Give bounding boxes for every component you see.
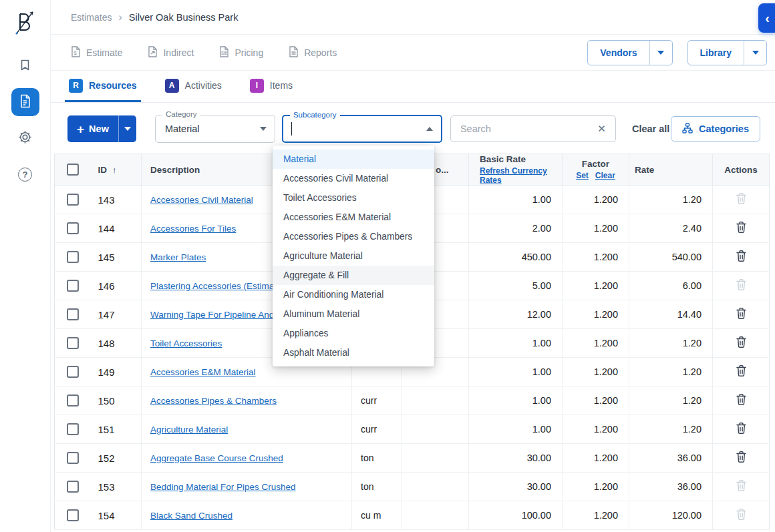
category-select[interactable]: Category Material bbox=[155, 115, 275, 143]
row-checkbox[interactable] bbox=[67, 394, 79, 407]
delete-button[interactable] bbox=[733, 448, 750, 468]
trash-icon bbox=[736, 312, 747, 322]
row-checkbox[interactable] bbox=[67, 366, 79, 378]
subcategory-option[interactable]: Material bbox=[273, 150, 434, 169]
row-checkbox[interactable] bbox=[67, 222, 79, 234]
table-row: 152 Aggregate Base Course Crushed ton 30… bbox=[55, 444, 770, 473]
row-basic-rate: 1.00 bbox=[469, 415, 563, 444]
set-factor-link[interactable]: Set bbox=[576, 171, 589, 180]
delete-button[interactable] bbox=[733, 276, 750, 296]
subcategory-option[interactable]: Toilet Accessories bbox=[273, 188, 434, 208]
subcategory-option[interactable]: Air Conditioning Material bbox=[273, 285, 434, 304]
tab-items[interactable]: I Items bbox=[246, 71, 297, 102]
description-link[interactable]: Bedding Material For Pipes Crushed bbox=[150, 482, 296, 492]
toolbar-actions: Vendors Library bbox=[587, 40, 767, 65]
subcategory-option[interactable]: Appliances bbox=[273, 324, 434, 343]
row-checkbox[interactable] bbox=[67, 423, 79, 435]
select-all-checkbox[interactable] bbox=[67, 164, 79, 176]
row-unit: ton bbox=[352, 473, 402, 501]
row-rate: 1.20 bbox=[629, 386, 713, 415]
tab-pricing[interactable]: $ Pricing bbox=[219, 46, 263, 59]
row-id: 149 bbox=[92, 358, 142, 386]
subcategory-select[interactable]: Subcategory bbox=[282, 115, 442, 143]
id-column-header[interactable]: ID bbox=[98, 165, 108, 175]
row-id: 153 bbox=[92, 473, 142, 501]
subcategory-option[interactable]: Accessories Civil Material bbox=[273, 169, 434, 188]
new-dropdown-toggle[interactable] bbox=[118, 115, 136, 142]
delete-button[interactable] bbox=[733, 218, 750, 238]
row-factor: 1.200 bbox=[563, 300, 629, 329]
library-dropdown-toggle[interactable] bbox=[744, 41, 766, 65]
sidebar-item-settings[interactable] bbox=[11, 124, 39, 152]
description-link[interactable]: Accessories Pipes & Chambers bbox=[150, 396, 277, 406]
filters-bar: + New Category Material Subcategory ✕ bbox=[51, 103, 775, 151]
estimate-icon: $ bbox=[71, 46, 81, 59]
subcategory-option-label: Air Conditioning Material bbox=[283, 290, 383, 300]
row-checkbox[interactable] bbox=[67, 251, 79, 263]
row-checkbox[interactable] bbox=[67, 481, 79, 493]
description-link[interactable]: Accessories Civil Material bbox=[150, 195, 253, 205]
search-input[interactable] bbox=[460, 123, 593, 134]
delete-button[interactable] bbox=[733, 304, 750, 324]
sidebar-item-help[interactable]: ? bbox=[11, 160, 39, 188]
description-link[interactable]: Accessories For Tiles bbox=[150, 224, 236, 234]
subcategory-option[interactable]: Aggregate & Fill bbox=[273, 266, 434, 285]
tab-activities[interactable]: A Activities bbox=[161, 71, 226, 102]
sort-ascending-icon[interactable]: ↑ bbox=[112, 165, 117, 175]
row-basic-rate: 5.00 bbox=[469, 272, 563, 300]
row-id: 152 bbox=[92, 444, 142, 473]
sidebar-item-bookmarks[interactable] bbox=[11, 52, 39, 80]
delete-button[interactable] bbox=[733, 190, 750, 210]
delete-button[interactable] bbox=[733, 419, 750, 439]
breadcrumb-estimates[interactable]: Estimates bbox=[71, 12, 112, 23]
delete-button[interactable] bbox=[733, 247, 750, 267]
row-checkbox[interactable] bbox=[67, 308, 79, 320]
subcategory-label: Subcategory bbox=[290, 111, 340, 119]
clear-search-button[interactable]: ✕ bbox=[593, 120, 610, 138]
tab-estimate[interactable]: $ Estimate bbox=[71, 46, 122, 59]
categories-button[interactable]: Categories bbox=[671, 116, 760, 142]
row-id: 147 bbox=[92, 300, 142, 329]
subcategory-option[interactable]: Accessories E&M Material bbox=[273, 208, 434, 227]
row-factor: 1.200 bbox=[563, 415, 629, 444]
sidebar-item-estimates[interactable] bbox=[11, 88, 39, 116]
new-button[interactable]: + New bbox=[67, 115, 118, 142]
description-link[interactable]: Agriculture Material bbox=[150, 425, 228, 435]
clear-factor-link[interactable]: Clear bbox=[595, 171, 615, 180]
delete-button[interactable] bbox=[733, 477, 750, 497]
delete-button[interactable] bbox=[733, 390, 750, 411]
row-checkbox[interactable] bbox=[67, 452, 79, 464]
refresh-currency-rates-link[interactable]: Refresh Currency Rates bbox=[480, 166, 562, 185]
description-link[interactable]: Toilet Accessories bbox=[150, 338, 222, 348]
row-checkbox[interactable] bbox=[67, 509, 79, 521]
subcategory-option[interactable]: Aluminum Material bbox=[273, 304, 434, 324]
row-checkbox[interactable] bbox=[67, 280, 79, 292]
description-link[interactable]: Marker Plates bbox=[150, 252, 206, 262]
row-checkbox[interactable] bbox=[67, 194, 79, 206]
description-link[interactable]: Plastering Accessories (Estimation bbox=[150, 281, 289, 291]
delete-button[interactable] bbox=[733, 362, 750, 382]
row-checkbox[interactable] bbox=[67, 337, 79, 349]
subcategory-input[interactable] bbox=[283, 123, 426, 134]
vendors-button[interactable]: Vendors bbox=[588, 41, 649, 65]
subcategory-option[interactable]: Accessories Pipes & Chambers bbox=[273, 227, 434, 246]
description-link[interactable]: Warning Tape For Pipeline And C bbox=[150, 310, 283, 320]
tab-resources[interactable]: R Resources bbox=[65, 71, 141, 102]
row-rate: 1.20 bbox=[629, 329, 713, 358]
tab-reports[interactable]: Reports bbox=[289, 46, 337, 59]
description-link[interactable]: Black Sand Crushed bbox=[150, 511, 232, 521]
app-logo[interactable] bbox=[11, 7, 39, 39]
delete-button[interactable] bbox=[733, 505, 750, 525]
subcategory-option[interactable]: Asphalt Material bbox=[273, 343, 434, 362]
subcategory-option-label: Appliances bbox=[283, 328, 329, 338]
library-button[interactable]: Library bbox=[688, 41, 744, 65]
categories-button-label: Categories bbox=[699, 123, 749, 134]
subcategory-option[interactable]: Agriculture Material bbox=[273, 246, 434, 266]
vendors-dropdown-toggle[interactable] bbox=[649, 41, 672, 65]
tab-indirect[interactable]: Indirect bbox=[148, 46, 194, 59]
collapse-panel-toggle[interactable]: ‹ bbox=[758, 3, 775, 33]
description-link[interactable]: Accessories E&M Material bbox=[150, 367, 256, 377]
delete-button[interactable] bbox=[733, 333, 750, 353]
clear-all-button[interactable]: Clear all bbox=[632, 123, 669, 134]
description-link[interactable]: Aggregate Base Course Crushed bbox=[150, 453, 283, 463]
